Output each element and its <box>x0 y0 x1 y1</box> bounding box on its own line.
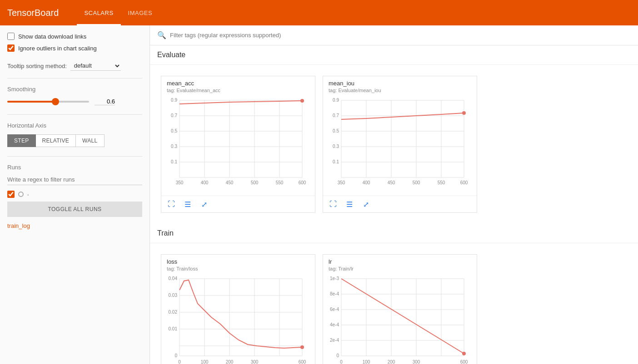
svg-text:0.3: 0.3 <box>333 144 339 149</box>
svg-text:8e-4: 8e-4 <box>330 291 339 296</box>
train-log-label: train_log <box>7 222 142 229</box>
run-label: · <box>27 191 29 198</box>
svg-text:500: 500 <box>413 180 420 185</box>
show-download-checkbox-row[interactable]: Show data download links <box>7 33 142 40</box>
list-button[interactable]: ☰ <box>181 198 194 211</box>
svg-text:0.02: 0.02 <box>169 310 178 315</box>
svg-text:300: 300 <box>413 359 420 364</box>
svg-point-23 <box>300 99 304 103</box>
svg-text:400: 400 <box>201 180 209 185</box>
sidebar: Show data download links Ignore outliers… <box>0 25 150 364</box>
content-area: 🔍 Evaluate mean_acc tag: Evaluate/mean_a… <box>150 25 638 364</box>
search-icon: 🔍 <box>157 31 166 39</box>
evaluate-charts-grid: mean_acc tag: Evaluate/mean_acc <box>150 65 638 224</box>
chart-lr-title: lr <box>323 255 477 266</box>
chart-lr-svg: 1e-3 8e-4 6e-4 4e-4 2e-4 0 0 100 200 300… <box>323 274 469 364</box>
nav-images[interactable]: IMAGES <box>121 0 160 25</box>
display-options: Show data download links Ignore outliers… <box>7 33 142 52</box>
axis-relative-button[interactable]: RELATIVE <box>36 134 76 147</box>
nav-scalars[interactable]: SCALARS <box>77 0 120 25</box>
runs-filter-input[interactable] <box>7 174 142 185</box>
toggle-all-runs-button[interactable]: TOGGLE ALL RUNS <box>7 202 142 217</box>
smoothing-section: Smoothing 0.6 <box>7 86 142 105</box>
svg-text:0: 0 <box>340 359 343 364</box>
chart-loss: loss tag: Train/loss <box>161 254 315 364</box>
tooltip-row: Tooltip sorting method: default ascendin… <box>7 61 142 71</box>
horizontal-axis-section: Horizontal Axis STEP RELATIVE WALL <box>7 122 142 147</box>
show-download-checkbox[interactable] <box>7 33 15 40</box>
expand-button[interactable]: ⛶ <box>327 198 339 211</box>
svg-point-47 <box>462 111 466 115</box>
svg-text:0: 0 <box>336 353 339 358</box>
svg-text:350: 350 <box>338 180 345 185</box>
fit-button[interactable]: ⤢ <box>359 198 372 211</box>
svg-text:1e-3: 1e-3 <box>330 276 339 281</box>
train-charts-grid: loss tag: Train/loss <box>150 243 638 364</box>
show-download-label: Show data download links <box>18 33 86 40</box>
svg-text:0.5: 0.5 <box>171 128 177 133</box>
svg-text:600: 600 <box>299 180 306 185</box>
svg-text:0.1: 0.1 <box>171 159 177 164</box>
evaluate-section-header: Evaluate <box>150 45 638 65</box>
chart-mean-acc-toolbar: ⛶ ☰ ⤢ <box>161 196 315 212</box>
tooltip-select[interactable]: default ascending descending nearest <box>70 61 121 71</box>
fit-button[interactable]: ⤢ <box>198 198 210 211</box>
ignore-outliers-checkbox-row[interactable]: Ignore outliers in chart scaling <box>7 44 142 52</box>
chart-mean-acc: mean_acc tag: Evaluate/mean_acc <box>161 76 315 213</box>
svg-text:550: 550 <box>276 180 284 185</box>
svg-text:0.3: 0.3 <box>171 144 177 149</box>
chart-loss-tag: tag: Train/loss <box>161 266 315 274</box>
list-button[interactable]: ☰ <box>343 198 356 211</box>
axis-step-button[interactable]: STEP <box>7 134 36 147</box>
svg-text:100: 100 <box>363 359 370 364</box>
chart-mean-acc-svg: 0.9 0.7 0.5 0.3 0.1 350 400 450 500 550 … <box>161 96 307 191</box>
svg-text:0.5: 0.5 <box>333 128 339 133</box>
filter-input[interactable] <box>170 32 631 39</box>
svg-text:4e-4: 4e-4 <box>330 322 339 327</box>
chart-loss-area: 0.04 0.03 0.02 0.01 0 0 100 200 300 600 <box>161 274 315 364</box>
filter-bar: 🔍 <box>150 25 638 45</box>
svg-point-70 <box>300 345 304 349</box>
runs-section: Runs · TOGGLE ALL RUNS train_log <box>7 164 142 229</box>
svg-text:0.7: 0.7 <box>171 113 177 118</box>
svg-text:600: 600 <box>460 359 468 364</box>
chart-loss-svg: 0.04 0.03 0.02 0.01 0 0 100 200 300 600 <box>161 274 307 364</box>
svg-text:600: 600 <box>460 180 468 185</box>
svg-text:200: 200 <box>226 359 234 364</box>
svg-text:400: 400 <box>363 180 370 185</box>
svg-text:600: 600 <box>299 359 306 364</box>
axis-wall-button[interactable]: WALL <box>76 134 104 147</box>
smoothing-value-input[interactable]: 0.6 <box>95 98 115 105</box>
chart-mean-iou-toolbar: ⛶ ☰ ⤢ <box>323 196 477 212</box>
svg-text:0: 0 <box>178 359 181 364</box>
chart-mean-iou-svg: 0.9 0.7 0.5 0.3 0.1 350 400 450 500 550 … <box>323 96 469 191</box>
svg-text:450: 450 <box>226 180 234 185</box>
svg-text:0.1: 0.1 <box>333 159 339 164</box>
app-logo: TensorBoard <box>7 8 59 18</box>
ignore-outliers-checkbox[interactable] <box>7 44 15 52</box>
chart-mean-acc-area: 0.9 0.7 0.5 0.3 0.1 350 400 450 500 550 … <box>161 96 315 196</box>
svg-text:450: 450 <box>388 180 395 185</box>
svg-text:6e-4: 6e-4 <box>330 307 339 312</box>
svg-text:350: 350 <box>176 180 184 185</box>
svg-text:100: 100 <box>201 359 209 364</box>
svg-text:0.03: 0.03 <box>169 293 178 298</box>
header: TensorBoard SCALARS IMAGES <box>0 0 638 25</box>
train-section-header: Train <box>150 224 638 243</box>
chart-mean-acc-tag: tag: Evaluate/mean_acc <box>161 88 315 96</box>
run-item: · <box>7 191 142 198</box>
chart-loss-title: loss <box>161 255 315 266</box>
expand-button[interactable]: ⛶ <box>165 198 178 211</box>
svg-text:0.01: 0.01 <box>169 326 178 331</box>
svg-text:300: 300 <box>251 359 259 364</box>
smoothing-controls: 0.6 <box>7 98 142 105</box>
tooltip-label: Tooltip sorting method: <box>7 63 67 69</box>
svg-text:500: 500 <box>251 180 259 185</box>
chart-mean-iou-area: 0.9 0.7 0.5 0.3 0.1 350 400 450 500 550 … <box>323 96 477 196</box>
run-checkbox[interactable] <box>7 191 15 198</box>
svg-text:0.04: 0.04 <box>169 276 178 281</box>
smoothing-slider[interactable] <box>7 101 89 103</box>
chart-mean-acc-title: mean_acc <box>161 76 315 88</box>
svg-point-94 <box>462 352 466 355</box>
svg-text:0.9: 0.9 <box>333 98 339 103</box>
